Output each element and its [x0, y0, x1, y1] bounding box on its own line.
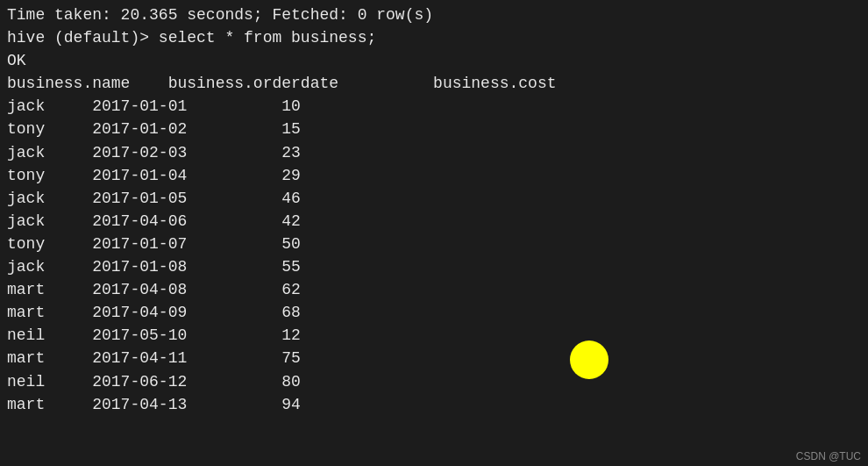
- watermark: CSDN @TUC: [796, 450, 861, 462]
- row-8: jack 2017-01-08 55: [7, 255, 861, 278]
- row-7: tony 2017-01-07 50: [7, 233, 861, 255]
- row-13: neil 2017-06-12 80: [7, 370, 861, 393]
- row-14: mart 2017-04-13 94: [7, 393, 861, 416]
- line-col-header: business.name business.orderdate busines…: [7, 72, 861, 95]
- line-prompt: hive (default)> select * from business;: [7, 26, 861, 49]
- row-11: neil 2017-05-10 12: [7, 324, 861, 347]
- row-6: jack 2017-04-06 42: [7, 210, 861, 233]
- row-4: tony 2017-01-04 29: [7, 164, 861, 187]
- line-time: Time taken: 20.365 seconds; Fetched: 0 r…: [7, 4, 861, 26]
- terminal-window: Time taken: 20.365 seconds; Fetched: 0 r…: [0, 0, 868, 466]
- row-3: jack 2017-02-03 23: [7, 141, 861, 164]
- row-2: tony 2017-01-02 15: [7, 118, 861, 140]
- line-ok: OK: [7, 49, 861, 72]
- row-10: mart 2017-04-09 68: [7, 301, 861, 324]
- row-1: jack 2017-01-01 10: [7, 95, 861, 118]
- row-5: jack 2017-01-05 46: [7, 187, 861, 210]
- row-12: mart 2017-04-11 75: [7, 347, 861, 369]
- row-9: mart 2017-04-08 62: [7, 278, 861, 301]
